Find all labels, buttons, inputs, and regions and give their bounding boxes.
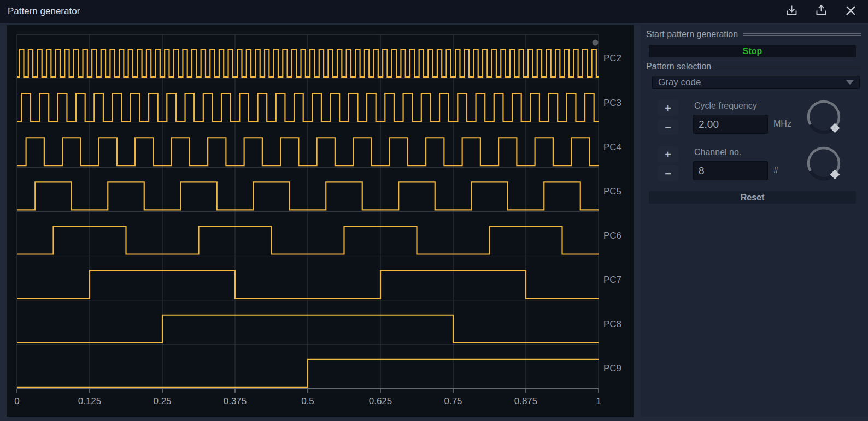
waveform-PC9 — [17, 359, 599, 387]
x-tick-label: 0.25 — [153, 396, 171, 406]
channel-no-knob[interactable] — [806, 145, 842, 181]
cycle-frequency-unit: MHz — [773, 119, 791, 129]
x-tick-label: 0.375 — [224, 396, 247, 406]
cycle-frequency-input[interactable] — [693, 115, 768, 134]
start-section-header: Start pattern generation — [646, 29, 861, 39]
x-tick-label: 0.625 — [369, 396, 392, 406]
pattern-section-label: Pattern selection — [646, 62, 711, 72]
channel-label-PC3: PC3 — [603, 98, 621, 108]
pattern-section-header: Pattern selection — [646, 62, 861, 72]
x-tick-label: 0.5 — [301, 396, 314, 406]
cycle-frequency-group: + − Cycle frequency MHz — [641, 100, 868, 138]
pattern-select[interactable]: Gray code — [652, 76, 860, 89]
load-button[interactable] — [813, 4, 829, 19]
channel-label-PC5: PC5 — [603, 186, 621, 197]
cycle-frequency-increment-button[interactable]: + — [658, 100, 678, 116]
save-button[interactable] — [784, 4, 799, 19]
cycle-frequency-knob[interactable] — [806, 99, 842, 135]
x-tick-label: 0.875 — [514, 396, 538, 406]
channel-label-PC8: PC8 — [603, 319, 621, 329]
download-icon — [784, 3, 799, 20]
section-separator — [717, 66, 861, 68]
title-bar: Pattern generator — [0, 0, 868, 23]
channel-no-increment-button[interactable]: + — [658, 146, 678, 162]
close-button[interactable] — [843, 4, 858, 19]
x-tick-label: 0 — [14, 396, 19, 406]
channel-label-PC2: PC2 — [603, 53, 621, 63]
section-separator — [743, 33, 861, 36]
channel-label-PC7: PC7 — [603, 275, 621, 285]
channel-label-PC4: PC4 — [603, 142, 621, 152]
x-tick-label: 1 — [596, 396, 601, 406]
chevron-down-icon — [846, 80, 854, 85]
reset-button[interactable]: Reset — [649, 191, 856, 204]
channel-no-input[interactable] — [693, 161, 768, 180]
channel-no-group: + − Channel no. # — [641, 146, 868, 185]
close-icon — [843, 3, 858, 20]
stop-button[interactable]: Stop — [649, 45, 856, 57]
plot-status-dot — [593, 40, 599, 46]
x-tick-label: 0.75 — [444, 396, 462, 406]
channel-no-label: Channel no. — [694, 147, 741, 157]
title-bar-actions — [784, 4, 858, 19]
cycle-frequency-label: Cycle frequency — [694, 101, 757, 111]
page-title: Pattern generator — [8, 6, 80, 17]
channel-label-PC9: PC9 — [603, 363, 621, 373]
cycle-frequency-decrement-button[interactable]: − — [658, 119, 678, 135]
x-tick-label: 0.125 — [78, 396, 102, 406]
channel-no-decrement-button[interactable]: − — [658, 165, 678, 181]
waveform-plot: 00.1250.250.3750.50.6250.750.8751PC2PC3P… — [7, 25, 634, 417]
start-section-label: Start pattern generation — [646, 29, 738, 39]
channel-label-PC6: PC6 — [603, 230, 621, 241]
pattern-select-value: Gray code — [658, 77, 701, 88]
waveform-panel: 00.1250.250.3750.50.6250.750.8751PC2PC3P… — [7, 25, 634, 417]
channel-no-unit: # — [773, 165, 778, 175]
control-panel: Start pattern generation Stop Pattern se… — [641, 25, 868, 417]
upload-icon — [814, 3, 829, 20]
